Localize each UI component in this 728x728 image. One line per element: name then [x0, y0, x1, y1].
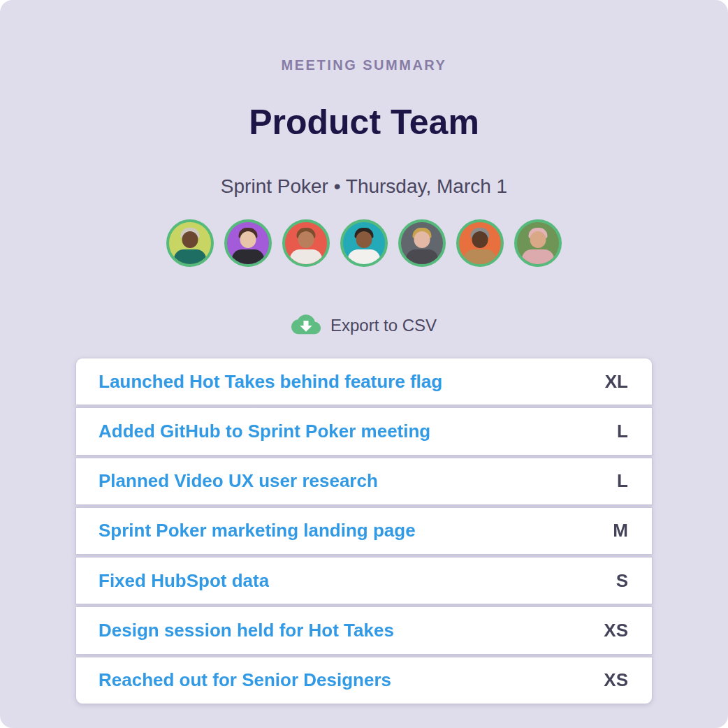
- avatar-face: [298, 231, 314, 248]
- task-row: Launched Hot Takes behind feature flag X…: [75, 358, 653, 405]
- participant-avatar: [514, 219, 562, 267]
- avatar-face: [530, 231, 546, 248]
- avatar-torso: [464, 249, 496, 267]
- task-link[interactable]: Fixed HubSpot data: [99, 570, 269, 592]
- participant-avatar: [224, 219, 272, 267]
- summary-panel: MEETING SUMMARY Product Team Sprint Poke…: [0, 0, 728, 728]
- task-link[interactable]: Design session held for Hot Takes: [99, 620, 394, 641]
- avatar-face: [182, 231, 198, 248]
- participant-avatar: [340, 219, 388, 267]
- avatar-torso: [406, 249, 438, 267]
- task-row: Planned Video UX user research L: [75, 458, 653, 505]
- meeting-subtitle: Sprint Poker • Thursday, March 1: [221, 175, 507, 198]
- participant-avatar: [166, 219, 214, 267]
- cloud-download-icon: [291, 314, 321, 337]
- task-size-label: XL: [605, 371, 628, 393]
- task-row: Design session held for Hot Takes XS: [75, 606, 653, 654]
- avatar-face: [240, 231, 256, 248]
- task-row: Added GitHub to Sprint Poker meeting L: [75, 407, 653, 455]
- avatar-torso: [522, 249, 554, 267]
- participant-avatar: [398, 219, 446, 267]
- team-title: Product Team: [249, 102, 479, 143]
- avatar-face: [356, 231, 372, 248]
- task-size-label: XS: [604, 620, 628, 641]
- task-row: Reached out for Senior Designers XS: [75, 657, 653, 704]
- task-size-label: M: [613, 520, 628, 541]
- participant-avatar: [456, 219, 504, 267]
- export-label: Export to CSV: [330, 312, 437, 339]
- avatar-torso: [348, 249, 380, 267]
- task-size-label: S: [616, 570, 628, 592]
- task-row: Fixed HubSpot data S: [75, 557, 653, 604]
- task-link[interactable]: Sprint Poker marketing landing page: [99, 520, 416, 541]
- avatar-face: [414, 231, 430, 248]
- meeting-summary-label: MEETING SUMMARY: [282, 57, 447, 73]
- task-size-label: L: [617, 421, 628, 442]
- meeting-summary-page: MEETING SUMMARY Product Team Sprint Poke…: [0, 0, 728, 728]
- avatar-torso: [232, 249, 264, 267]
- participant-avatars: [166, 219, 562, 267]
- task-link[interactable]: Added GitHub to Sprint Poker meeting: [99, 421, 430, 442]
- task-size-label: L: [617, 470, 628, 492]
- task-link[interactable]: Planned Video UX user research: [99, 470, 378, 492]
- task-size-label: XS: [604, 669, 628, 691]
- avatar-torso: [174, 249, 206, 267]
- avatar-torso: [290, 249, 322, 267]
- avatar-face: [472, 231, 488, 248]
- task-link[interactable]: Launched Hot Takes behind feature flag: [99, 371, 442, 393]
- task-row: Sprint Poker marketing landing page M: [75, 507, 653, 555]
- participant-avatar: [282, 219, 330, 267]
- task-summary-table: Launched Hot Takes behind feature flag X…: [75, 358, 653, 704]
- task-link[interactable]: Reached out for Senior Designers: [99, 669, 391, 691]
- export-to-csv-link[interactable]: Export to CSV: [291, 312, 437, 339]
